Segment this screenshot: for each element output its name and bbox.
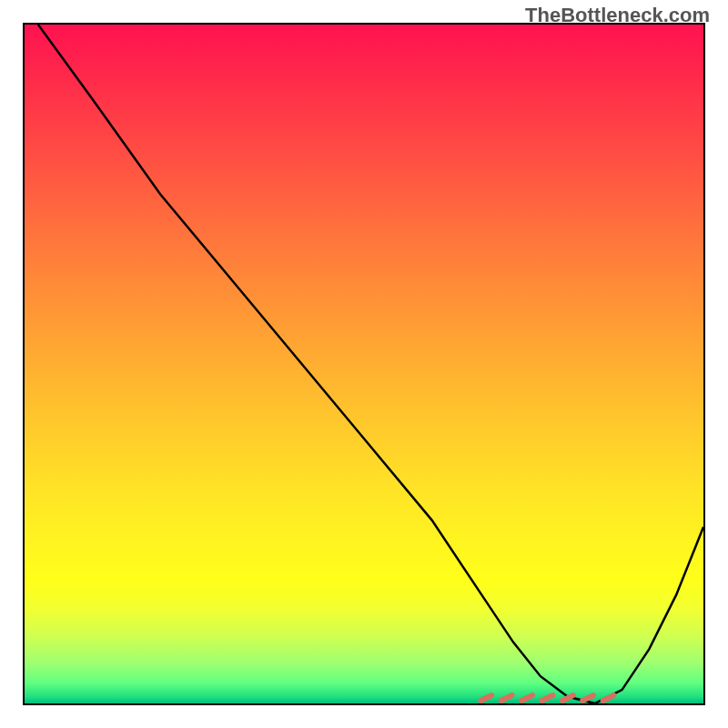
svg-line-5 [582, 695, 593, 701]
bottleneck-curve [38, 25, 703, 703]
svg-line-2 [521, 695, 532, 701]
svg-line-6 [603, 695, 614, 701]
svg-line-4 [562, 695, 573, 701]
svg-line-3 [541, 695, 552, 701]
svg-line-1 [501, 695, 512, 701]
optimal-range-marker [480, 695, 613, 701]
chart-plot-area [23, 23, 705, 705]
svg-line-0 [480, 695, 491, 701]
chart-curve-svg [25, 25, 703, 703]
watermark-text: TheBottleneck.com [525, 4, 710, 27]
